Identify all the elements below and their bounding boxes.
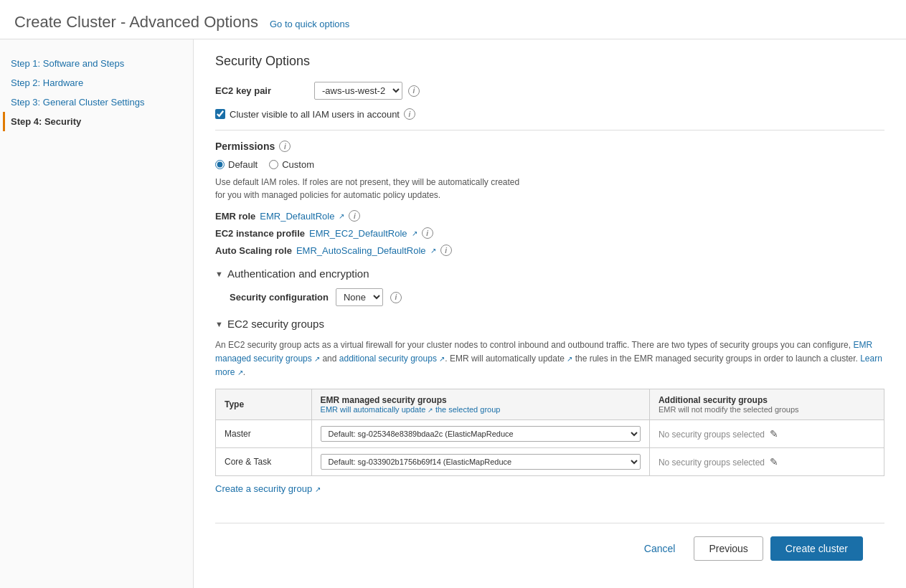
emr-role-ext-icon: ↗ (339, 212, 344, 220)
ec2-key-pair-select[interactable]: -aws-us-west-2 (314, 82, 402, 100)
security-config-info-icon[interactable]: i (390, 292, 402, 303)
previous-button[interactable]: Previous (694, 536, 763, 561)
security-config-label: Security configuration (230, 292, 329, 303)
radio-custom[interactable]: Custom (269, 159, 314, 170)
ec2-instance-profile-link[interactable]: EMR_EC2_DefaultRole (309, 228, 407, 239)
auto-scaling-role-link[interactable]: EMR_AutoScaling_DefaultRole (296, 245, 426, 256)
ec2-description: An EC2 security group acts as a virtual … (215, 338, 884, 380)
ec2-key-pair-info-icon[interactable]: i (408, 85, 420, 97)
ec2-security-groups-header[interactable]: ▼ EC2 security groups (215, 318, 884, 330)
master-type-cell: Master (216, 419, 312, 447)
master-edit-icon[interactable]: ✎ (770, 428, 778, 440)
quick-options-link[interactable]: Go to quick options (270, 19, 349, 29)
cancel-button[interactable]: Cancel (633, 537, 687, 560)
main-content: Security Options EC2 key pair -aws-us-we… (194, 39, 906, 588)
ec2-key-pair-label: EC2 key pair (215, 85, 308, 96)
create-sg-link[interactable]: Create a security group ↗ (215, 483, 321, 494)
core-task-add-sg-cell: No security groups selected ✎ (649, 447, 884, 475)
table-row: Core & Task Default: sg-033902b1756b69f1… (216, 447, 884, 475)
core-task-emr-sg-select[interactable]: Default: sg-033902b1756b69f14 (ElasticMa… (321, 454, 641, 470)
create-cluster-button[interactable]: Create cluster (770, 536, 863, 561)
auto-scaling-role-ext-icon: ↗ (430, 247, 436, 255)
ec2-collapse-arrow-icon: ▼ (215, 320, 223, 328)
sg-table: Type EMR managed security groups EMR wil… (215, 389, 884, 476)
radio-default[interactable]: Default (215, 159, 258, 170)
auto-scaling-role-info-icon[interactable]: i (440, 245, 452, 256)
sg-table-add-header: Additional security groups EMR will not … (649, 389, 884, 419)
master-emr-sg-select[interactable]: Default: sg-025348e8389bdaa2c (ElasticMa… (321, 426, 641, 442)
collapse-arrow-icon: ▼ (215, 270, 223, 278)
sidebar-item-step4[interactable]: Step 4: Security (3, 112, 182, 131)
sg-table-emr-header: EMR managed security groups EMR will aut… (311, 389, 649, 419)
auto-scaling-role-label: Auto Scaling role (215, 245, 292, 256)
master-emr-sg-cell[interactable]: Default: sg-025348e8389bdaa2c (ElasticMa… (311, 419, 649, 447)
sidebar: Step 1: Software and Steps Step 2: Hardw… (0, 39, 194, 588)
sg-table-type-header: Type (216, 389, 312, 419)
ec2-instance-profile-ext-icon: ↗ (412, 229, 417, 237)
master-no-sg-label: No security groups selected (659, 430, 765, 440)
learn-more-ext: ↗ (237, 369, 243, 376)
permissions-description: Use default IAM roles. If roles are not … (215, 176, 884, 201)
section-title: Security Options (215, 54, 884, 69)
sidebar-item-step1[interactable]: Step 1: Software and Steps (11, 54, 182, 73)
auth-encryption-header[interactable]: ▼ Authentication and encryption (215, 267, 884, 280)
emr-role-link[interactable]: EMR_DefaultRole (260, 211, 334, 222)
additional-sg-link[interactable]: additional security groups (339, 354, 437, 364)
ec2-instance-profile-label: EC2 instance profile (215, 228, 305, 239)
emr-managed-sg-ext: ↗ (314, 355, 320, 363)
permissions-header-label: Permissions (215, 141, 275, 152)
cluster-visible-checkbox[interactable] (215, 109, 225, 119)
master-add-sg-cell: No security groups selected ✎ (649, 419, 884, 447)
sidebar-item-step3[interactable]: Step 3: General Cluster Settings (11, 93, 182, 112)
sidebar-item-step2[interactable]: Step 2: Hardware (11, 73, 182, 93)
table-row: Master Default: sg-025348e8389bdaa2c (El… (216, 419, 884, 447)
cluster-visible-label: Cluster visible to all IAM users in acco… (230, 109, 400, 120)
emr-role-info-icon[interactable]: i (349, 210, 360, 222)
footer: Cancel Previous Create cluster (215, 523, 884, 574)
permissions-info-icon[interactable]: i (279, 141, 291, 152)
page-header: Create Cluster - Advanced Options Go to … (0, 0, 906, 39)
core-task-no-sg-label: No security groups selected (659, 457, 765, 468)
ec2-instance-profile-info-icon[interactable]: i (422, 227, 433, 239)
additional-sg-ext: ↗ (439, 355, 445, 363)
security-config-select[interactable]: None (336, 288, 383, 306)
emr-role-label: EMR role (215, 211, 255, 222)
create-sg-ext-icon: ↗ (315, 485, 321, 493)
cluster-visible-info-icon[interactable]: i (404, 108, 415, 120)
core-task-edit-icon[interactable]: ✎ (770, 456, 778, 468)
core-task-type-cell: Core & Task (216, 447, 312, 475)
auto-update-ext: ↗ (567, 355, 572, 363)
core-task-emr-sg-cell[interactable]: Default: sg-033902b1756b69f14 (ElasticMa… (311, 447, 649, 475)
page-title: Create Cluster - Advanced Options (14, 13, 258, 32)
